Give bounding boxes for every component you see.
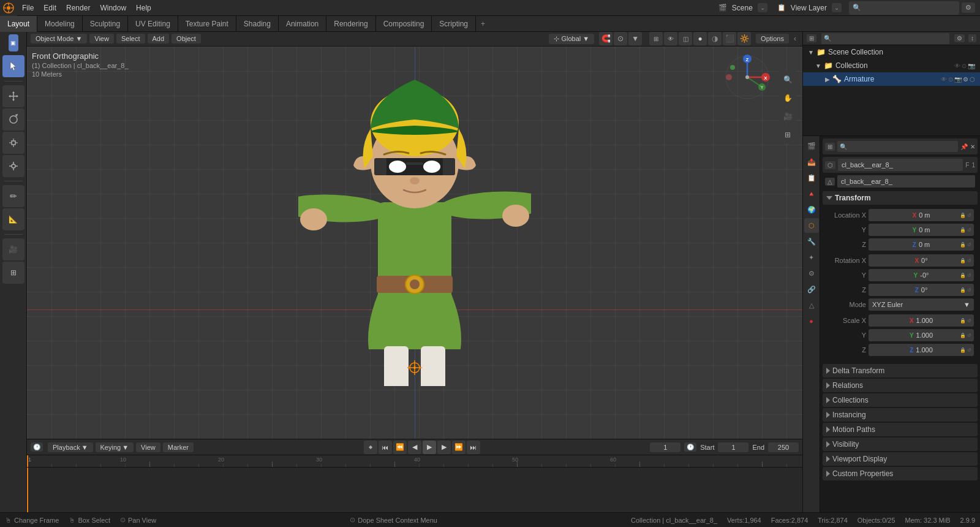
- tab-modeling[interactable]: Modeling: [37, 16, 83, 32]
- outliner-sync[interactable]: ↕: [968, 34, 976, 42]
- cursor-tool[interactable]: [2, 55, 24, 77]
- props-render-icon[interactable]: 🎬: [804, 138, 819, 153]
- location-y-field[interactable]: Y 0 m 🔒 ↺: [869, 224, 974, 236]
- viewport-select-menu[interactable]: Select: [116, 34, 145, 44]
- grid-icon[interactable]: ⊞: [779, 126, 796, 143]
- props-pin[interactable]: 📌: [960, 143, 968, 150]
- custom-properties-section[interactable]: Custom Properties: [823, 467, 978, 480]
- menu-window[interactable]: Window: [95, 0, 131, 16]
- object-name-field[interactable]: cl_back__ear_8_: [838, 159, 963, 171]
- rotation-x-field[interactable]: X 0° 🔒 ↺: [869, 254, 974, 267]
- viewport-add-menu[interactable]: Add: [148, 34, 170, 44]
- tab-sculpting[interactable]: Sculpting: [83, 16, 128, 32]
- location-x-field[interactable]: X 0 m 🔒 ↺: [869, 209, 974, 221]
- timeline-tracks[interactable]: [27, 468, 802, 512]
- current-frame-input[interactable]: 1: [650, 442, 680, 452]
- transform-tool[interactable]: [2, 155, 24, 177]
- menu-edit[interactable]: Edit: [39, 0, 61, 16]
- motion-paths-section[interactable]: Motion Paths: [823, 423, 978, 436]
- start-frame-input[interactable]: 1: [718, 442, 748, 452]
- viewport-view-menu[interactable]: View: [89, 34, 114, 44]
- tab-compositing[interactable]: Compositing: [376, 16, 432, 32]
- mesh-icon[interactable]: △: [825, 178, 835, 186]
- zoom-in-icon[interactable]: 🔍: [779, 71, 796, 88]
- snap-settings[interactable]: ▼: [628, 32, 642, 45]
- props-output-icon[interactable]: 📤: [804, 154, 819, 169]
- viewport-object-menu[interactable]: Object: [172, 34, 201, 44]
- props-view-layer-icon[interactable]: 📋: [804, 170, 819, 185]
- object-mode-dropdown[interactable]: Object Mode ▼: [31, 34, 87, 44]
- tab-layout[interactable]: Layout: [0, 16, 37, 32]
- menu-help[interactable]: Help: [131, 0, 156, 16]
- tab-uv-editing[interactable]: UV Editing: [128, 16, 178, 32]
- camera-tool[interactable]: 🎥: [2, 238, 24, 260]
- shading-render[interactable]: ⬛: [723, 32, 736, 45]
- marker-menu[interactable]: Marker: [163, 442, 194, 452]
- location-z-field[interactable]: Z 0 m 🔒 ↺: [869, 238, 974, 251]
- scale-x-field[interactable]: X 1.000 🔒 ↺: [869, 314, 974, 327]
- prev-keyframe-btn[interactable]: ⏪: [393, 441, 407, 454]
- instancing-section[interactable]: Instancing: [823, 408, 978, 422]
- shading-solid[interactable]: ●: [693, 32, 707, 45]
- viewport-display-section[interactable]: Viewport Display: [823, 452, 978, 466]
- transform-global[interactable]: ⊹ Global ▼: [549, 34, 594, 44]
- prev-frame-btn[interactable]: ◀: [408, 441, 421, 454]
- props-close[interactable]: ✕: [970, 143, 975, 150]
- object-type-icon[interactable]: ⬡: [825, 161, 835, 169]
- props-material-icon[interactable]: ●: [804, 314, 819, 328]
- grid-tool[interactable]: ⊞: [2, 262, 24, 284]
- tab-texture-paint[interactable]: Texture Paint: [178, 16, 236, 32]
- blender-logo[interactable]: [0, 0, 17, 16]
- props-display-mode[interactable]: ⊞: [825, 143, 835, 151]
- props-world-icon[interactable]: 🌍: [804, 202, 819, 217]
- xray-mode[interactable]: ◫: [679, 32, 692, 45]
- delta-transform-section[interactable]: Delta Transform: [823, 364, 978, 377]
- proportional-edit[interactable]: ⊙: [614, 32, 627, 45]
- object-data-name-field[interactable]: cl_back__ear_8_: [837, 175, 975, 188]
- play-btn[interactable]: ▶: [423, 441, 436, 454]
- tab-shading[interactable]: Shading: [236, 16, 279, 32]
- tab-scripting[interactable]: Scripting: [432, 16, 476, 32]
- timeline-ruler[interactable]: // Will be rendered inline: [27, 455, 802, 468]
- viewport-canvas[interactable]: Front Orthographic (1) Collection | cl_b…: [27, 47, 802, 439]
- jump-start-btn[interactable]: ⏮: [379, 441, 392, 454]
- collapse-btn[interactable]: ‹: [791, 34, 799, 43]
- keying-menu[interactable]: Keying ▼: [96, 442, 134, 452]
- props-modifier-icon[interactable]: 🔧: [804, 234, 819, 249]
- scale-y-field[interactable]: Y 1.000 🔒 ↺: [869, 329, 974, 341]
- jump-end-btn[interactable]: ⏭: [467, 441, 480, 454]
- move-tool[interactable]: [2, 85, 24, 107]
- props-scene-icon[interactable]: 🔺: [804, 186, 819, 201]
- outliner-display-mode[interactable]: ⊞: [807, 34, 816, 42]
- armature-item[interactable]: ▶ 🦴 Armature 👁 ⊙ 📷 ⚙ ⬡: [803, 72, 980, 86]
- show-gizmo[interactable]: ⊞: [649, 32, 663, 45]
- scene-collection-item[interactable]: ▼ 📁 Scene Collection: [803, 45, 980, 59]
- outliner-filter[interactable]: ⚙: [954, 34, 965, 42]
- scale-tool[interactable]: [2, 132, 24, 154]
- menu-render[interactable]: Render: [61, 0, 95, 16]
- fake-user-btn[interactable]: F: [965, 162, 969, 169]
- menu-file[interactable]: File: [17, 0, 39, 16]
- props-physics-icon[interactable]: ⚙: [804, 266, 819, 281]
- tab-rendering[interactable]: Rendering: [326, 16, 375, 32]
- show-overlays[interactable]: 👁: [664, 32, 677, 45]
- magnet-snap[interactable]: 🧲: [599, 32, 612, 45]
- transform-section-header[interactable]: Transform: [823, 191, 978, 205]
- next-keyframe-btn[interactable]: ⏩: [452, 441, 466, 454]
- add-workspace-btn[interactable]: +: [476, 20, 490, 28]
- props-data-icon[interactable]: △: [804, 298, 819, 313]
- move-view-icon[interactable]: ✋: [779, 89, 796, 107]
- outliner-search[interactable]: 🔍: [821, 33, 949, 44]
- relations-section[interactable]: Relations: [823, 379, 978, 392]
- props-particles-icon[interactable]: ✦: [804, 250, 819, 265]
- viewport-options[interactable]: Options: [756, 34, 789, 44]
- rotate-tool[interactable]: [2, 108, 24, 131]
- use-single-user-btn[interactable]: 1: [971, 162, 975, 169]
- keyframe-marker-btn[interactable]: ◆: [364, 441, 377, 454]
- next-frame-btn[interactable]: ▶: [437, 441, 451, 454]
- props-object-icon[interactable]: ⬡: [804, 218, 819, 233]
- rotation-y-field[interactable]: Y -0° 🔒 ↺: [869, 269, 974, 281]
- playback-menu[interactable]: Playback ▼: [48, 442, 93, 452]
- tab-animation[interactable]: Animation: [279, 16, 326, 32]
- shading-material[interactable]: ◑: [708, 32, 722, 45]
